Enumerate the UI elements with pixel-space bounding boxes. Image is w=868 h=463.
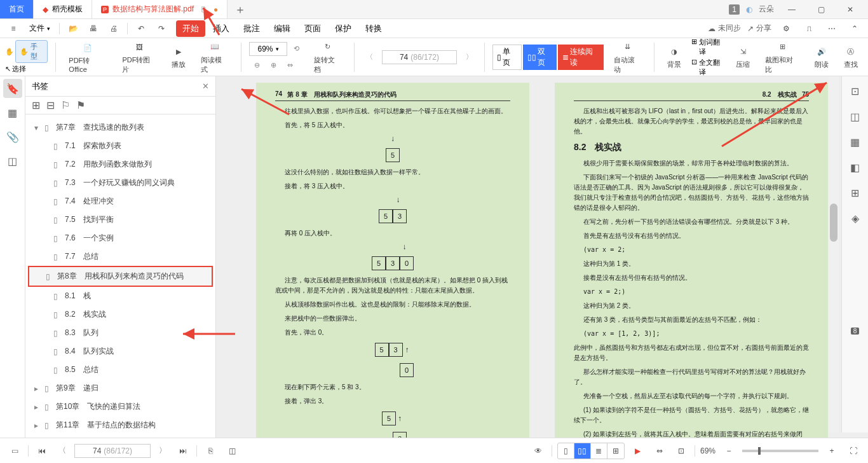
bookmark-item[interactable]: ▯8.4 队列实战 [28, 342, 213, 361]
play-button[interactable]: ▶播放 [166, 43, 191, 71]
bookmark-item[interactable]: ▯7.6 一个实例 [28, 229, 213, 247]
bookmark-item[interactable]: ▯7.2 用散列函数来做散列 [28, 155, 213, 174]
print-icon[interactable]: 🖨 [105, 20, 122, 37]
page-number-input[interactable]: 74(86/172) [382, 50, 456, 64]
bookmark-item[interactable]: ▯第8章 用栈和队列来构造灵巧的代码 [28, 266, 213, 287]
rotate-button[interactable]: ↻旋转文档 [309, 39, 346, 76]
help-icon[interactable]: ⎍ [801, 20, 817, 37]
sb-export-icon[interactable]: ⎘ [202, 443, 219, 459]
tab-docer[interactable]: ◆ 稻壳模板 [34, 0, 92, 18]
sb-fullscreen-icon[interactable]: ⛶ [845, 443, 862, 459]
sb-view-cont-icon[interactable]: ≣ [591, 443, 607, 459]
selection-translate-button[interactable]: ⊞划词翻译 [691, 38, 726, 57]
sb-view-double-icon[interactable]: ▯▯ [574, 443, 591, 459]
auto-scroll-button[interactable]: ⇊自动滚动 [609, 39, 646, 76]
page-prev-button[interactable]: 〈 [362, 50, 377, 65]
panel-tool-bookmark-icon[interactable]: ⚐ [61, 99, 70, 111]
bookmark-item[interactable]: ▯8.3 队列 [28, 324, 213, 342]
tab-file-active[interactable]: P 数据结构与算法图解.pdf ⎘ ● [92, 0, 227, 18]
bookmark-item[interactable]: ▯8.1 栈 [28, 287, 213, 305]
panel-tool-collapse-icon[interactable]: ⊟ [46, 99, 55, 111]
window-minimize[interactable]: — [780, 5, 803, 14]
collapse-ribbon-icon[interactable]: ⌃ [846, 20, 863, 37]
page-next-button[interactable]: 〉 [462, 50, 477, 65]
sb-sidebar-toggle-icon[interactable]: ▭ [6, 443, 23, 459]
window-maximize[interactable]: ▢ [810, 5, 832, 14]
bookmark-item[interactable]: ▸▯第9章 递归 [28, 379, 213, 397]
menu-tab-page[interactable]: 页面 [298, 20, 327, 37]
layers-tab-icon[interactable]: ◫ [3, 151, 22, 170]
sb-zoom-in-icon[interactable]: + [824, 443, 840, 459]
right-tool-6-icon[interactable]: ◈ [847, 210, 864, 226]
bookmark-item[interactable]: ▾▯第7章 查找迅速的散列表 [28, 118, 213, 137]
right-tool-2-icon[interactable]: ◫ [847, 108, 864, 125]
bookmarks-tab-icon[interactable]: 🔖 [3, 79, 22, 98]
undo-icon[interactable]: ↶ [133, 20, 149, 37]
right-tool-3-icon[interactable]: ▦ [847, 134, 864, 150]
sb-prev-page-icon[interactable]: 〈 [54, 443, 71, 459]
sb-mark-icon[interactable]: ◫ [224, 443, 240, 459]
tab-home[interactable]: 首页 [0, 0, 34, 18]
sb-next-page-icon[interactable]: 〉 [154, 443, 171, 459]
sync-button[interactable]: ☁未同步 [708, 23, 741, 34]
menu-tab-insert[interactable]: 插入 [207, 20, 236, 37]
menu-tab-protect[interactable]: 保护 [329, 20, 358, 37]
zoom-level-input[interactable]: 69%▾ [249, 42, 287, 56]
bookmark-item[interactable]: ▯8.2 栈实战 [28, 305, 213, 324]
attachments-tab-icon[interactable]: 📎 [3, 127, 22, 146]
sb-view-cont2-icon[interactable]: ⊞ [607, 443, 624, 459]
sb-view-single-icon[interactable]: ▯ [558, 443, 574, 459]
thumbnails-tab-icon[interactable]: ▦ [3, 103, 22, 122]
zoom-out-icon[interactable]: ⊖ [249, 58, 264, 73]
background-button[interactable]: ◑背景 [662, 43, 686, 71]
fit-width-icon[interactable]: ⇔ [282, 58, 297, 73]
bookmark-item[interactable]: ▯7.7 总结 [28, 247, 213, 266]
pdf-viewport[interactable]: 74 第 8 章 用栈和队列来构造灵巧的代码 往栈里插入数据，也叫作压栈。你可以… [216, 76, 868, 438]
fulltext-translate-button[interactable]: ⊡全文翻译 [691, 58, 726, 77]
crop-compare-button[interactable]: ⊞裁图和对比 [760, 39, 804, 76]
menu-tab-start[interactable]: 开始 [176, 20, 205, 37]
menu-file[interactable]: 文件 ▾ [25, 22, 54, 35]
find-button[interactable]: Ⓐ查找 [839, 43, 863, 71]
menu-hamburger-icon[interactable]: ≡ [5, 20, 22, 37]
bookmark-item[interactable]: ▯7.5 找到平衡 [28, 211, 213, 229]
sb-page-input[interactable]: 74(86/172) [74, 444, 151, 458]
view-single-button[interactable]: ▯单页 [492, 45, 522, 70]
right-tool-1-icon[interactable]: ⊡ [847, 83, 864, 99]
panel-tool-expand-icon[interactable]: ⊞ [32, 99, 40, 111]
settings-icon[interactable]: ⚙ [778, 20, 794, 37]
pdf-to-image-button[interactable]: 🖼PDF转图片 [117, 39, 161, 76]
hand-tool-button[interactable]: ✋手型 [15, 40, 48, 63]
zoom-in-icon[interactable]: ⊕ [266, 58, 281, 73]
sb-fitwidth-icon[interactable]: ⇔ [651, 443, 668, 459]
sb-eye-icon[interactable]: 👁 [530, 443, 546, 459]
new-tab-button[interactable]: ＋ [227, 0, 253, 18]
right-tool-5-icon[interactable]: ⊞ [847, 184, 864, 201]
panel-tool-add-icon[interactable]: ⚑ [76, 99, 85, 111]
right-tool-4-icon[interactable]: ◧ [847, 159, 864, 176]
sb-play-icon[interactable]: ▶ [630, 443, 646, 459]
cloud-label[interactable]: 云朵 [759, 4, 774, 15]
sb-first-page-icon[interactable]: ⏮ [34, 443, 50, 459]
view-double-button[interactable]: ▯▯双页 [523, 45, 557, 70]
menu-tab-annotate[interactable]: 批注 [237, 20, 266, 37]
vertical-scrollbar[interactable] [829, 76, 839, 432]
more-icon[interactable]: ⋯ [824, 20, 840, 37]
sb-last-page-icon[interactable]: ⏭ [175, 443, 191, 459]
share-button[interactable]: ↗分享 [747, 23, 771, 34]
zoom-reset-icon[interactable]: ⟲ [288, 41, 304, 57]
bookmark-item[interactable]: ▸▯第11章 基于结点的数据结构 [28, 416, 213, 434]
menu-tab-convert[interactable]: 转换 [359, 20, 388, 37]
sb-fitpage-icon[interactable]: ⊡ [673, 443, 689, 459]
redo-icon[interactable]: ↷ [153, 20, 170, 37]
pdf-to-office-button[interactable]: 📄PDF转Office [64, 39, 112, 74]
window-close[interactable]: ✕ [839, 5, 862, 14]
sb-zoom-out-icon[interactable]: − [721, 443, 737, 459]
bookmark-item[interactable]: ▯7.3 一个好玩又赚钱的同义词典 [28, 174, 213, 192]
panel-close-button[interactable]: ✕ [202, 81, 209, 91]
save-icon[interactable]: 🖶 [85, 20, 102, 37]
read-mode-button[interactable]: 📖阅读模式 [196, 39, 233, 76]
sb-zoom-slider[interactable] [742, 450, 818, 452]
open-icon[interactable]: 📂 [65, 20, 81, 37]
cloud-avatar-icon[interactable]: ◐ [746, 5, 752, 14]
